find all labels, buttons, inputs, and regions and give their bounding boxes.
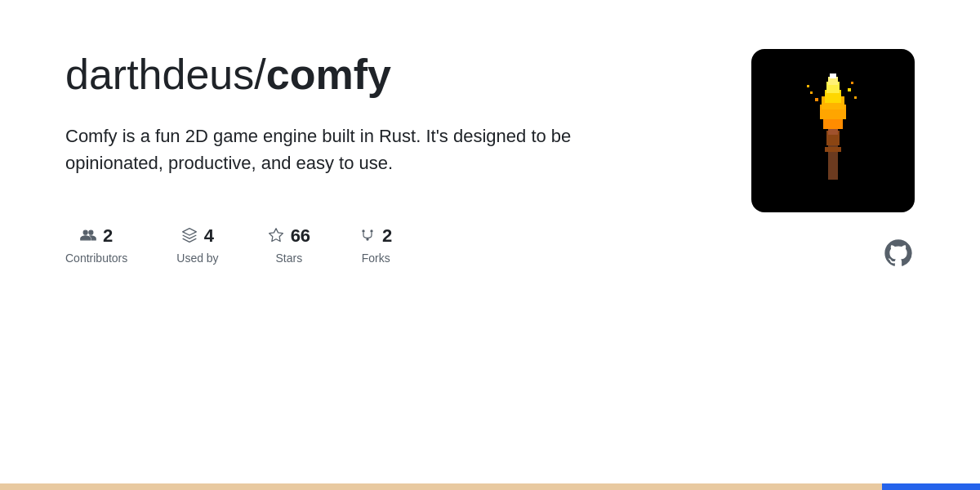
repo-image xyxy=(751,49,915,212)
contributors-icon xyxy=(80,227,96,246)
forks-label: Forks xyxy=(362,252,390,265)
main-content: darthdeus/comfy Comfy is a fun 2D game e… xyxy=(0,0,980,441)
svg-point-2 xyxy=(370,229,372,232)
stat-stars[interactable]: 66 Stars xyxy=(268,225,310,265)
github-icon-area xyxy=(882,237,915,270)
github-icon[interactable] xyxy=(882,237,915,270)
svg-rect-19 xyxy=(848,88,851,91)
repo-name[interactable]: comfy xyxy=(266,51,391,98)
star-icon xyxy=(268,227,284,246)
torch-svg xyxy=(792,74,874,188)
repo-owner[interactable]: darthdeus/ xyxy=(65,51,266,98)
svg-rect-18 xyxy=(810,91,813,94)
forks-icon xyxy=(359,227,376,246)
bottom-bar xyxy=(0,483,980,490)
bottom-bar-right xyxy=(882,483,980,490)
stat-forks-top: 2 xyxy=(359,225,392,247)
svg-rect-22 xyxy=(854,96,857,99)
repo-title: darthdeus/comfy xyxy=(65,49,686,100)
bottom-bar-left xyxy=(0,483,882,490)
stat-stars-top: 66 xyxy=(268,225,310,247)
contributors-label: Contributors xyxy=(65,252,127,265)
stat-used-by-top: 4 xyxy=(181,225,214,247)
stat-contributors-top: 2 xyxy=(80,225,113,247)
stat-used-by[interactable]: 4 Used by xyxy=(176,225,218,265)
repo-description: Comfy is a fun 2D game engine built in R… xyxy=(65,122,621,176)
svg-rect-16 xyxy=(830,74,836,78)
svg-point-1 xyxy=(362,229,364,232)
stars-count: 66 xyxy=(291,225,310,247)
used-by-count: 4 xyxy=(204,225,214,247)
used-by-label: Used by xyxy=(176,252,218,265)
svg-rect-20 xyxy=(851,82,853,84)
svg-rect-17 xyxy=(815,98,818,101)
forks-count: 2 xyxy=(382,225,392,247)
svg-rect-7 xyxy=(825,147,841,152)
svg-marker-0 xyxy=(269,229,283,242)
stat-contributors[interactable]: 2 Contributors xyxy=(65,225,127,265)
right-section xyxy=(751,49,915,270)
contributors-count: 2 xyxy=(103,225,113,247)
left-section: darthdeus/comfy Comfy is a fun 2D game e… xyxy=(65,49,686,265)
package-icon xyxy=(181,227,198,246)
stat-forks[interactable]: 2 Forks xyxy=(359,225,392,265)
stars-label: Stars xyxy=(276,252,303,265)
svg-rect-21 xyxy=(807,85,809,87)
stats-row: 2 Contributors 4 Used by xyxy=(65,225,686,265)
